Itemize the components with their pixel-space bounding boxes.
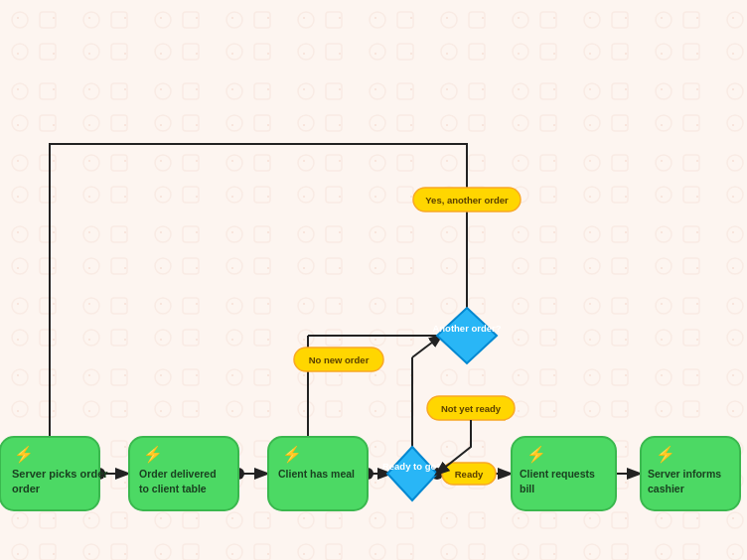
flowchart-svg: ⚡ Server picks order order ⚡ Order deliv… — [0, 0, 747, 560]
client-requests-label: Client requests — [520, 468, 595, 480]
svg-text:⚡: ⚡ — [526, 445, 546, 464]
not-yet-ready-label: Not yet ready — [441, 403, 502, 414]
order-delivered-label2: to client table — [139, 483, 207, 494]
server-informs-label: Server informs — [648, 468, 721, 480]
order-delivered-label: Order delivered — [139, 468, 217, 480]
svg-text:⚡: ⚡ — [282, 445, 302, 464]
svg-text:⚡: ⚡ — [14, 445, 34, 464]
ready-to-go-label: Ready to go? — [382, 461, 442, 472]
ready-label: Ready — [455, 469, 484, 480]
another-order-diamond — [437, 308, 497, 363]
yes-another-order-label: Yes, another order — [425, 195, 509, 206]
server-picks-label: Server picks order — [12, 468, 108, 480]
server-informs-label2: cashier — [648, 483, 684, 494]
flowchart-container: ⚡ Server picks order order ⚡ Order deliv… — [0, 0, 747, 560]
svg-text:⚡: ⚡ — [656, 445, 675, 464]
svg-text:⚡: ⚡ — [143, 445, 163, 464]
ready-to-go-diamond — [387, 447, 437, 500]
client-requests-label2: bill — [520, 483, 534, 494]
server-picks-label2: order — [12, 483, 41, 494]
another-order-label: Another order? — [432, 323, 501, 334]
client-meal-label: Client has meal — [278, 468, 355, 480]
no-new-order-label: No new order — [309, 354, 370, 365]
svg-line-7 — [412, 336, 441, 357]
